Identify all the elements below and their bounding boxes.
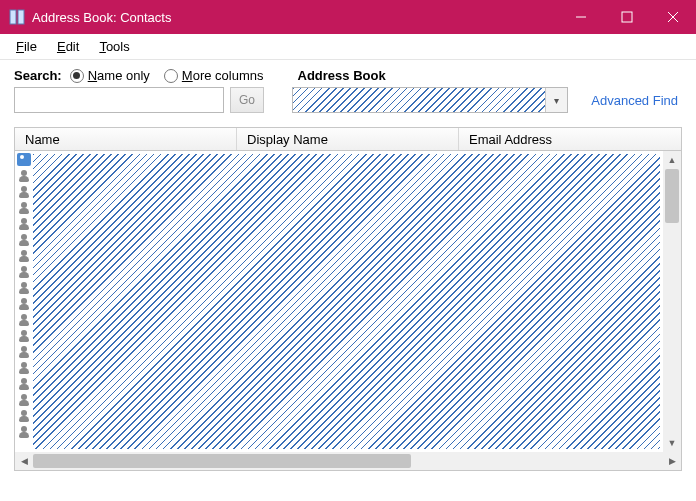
radio-name-only-label: Name only [88,68,150,83]
radio-more-columns-label: More columns [182,68,264,83]
person-icon [17,217,31,231]
scroll-right-icon: ▶ [663,452,681,470]
search-label: Search: [14,68,62,83]
svg-rect-3 [622,12,632,22]
scroll-left-icon: ◀ [15,452,33,470]
search-row-labels: Search: Name only More columns Address B… [14,68,682,83]
radio-circle-icon [164,69,178,83]
column-header-name[interactable]: Name [15,128,237,150]
column-headers: Name Display Name Email Address [14,127,682,151]
svg-rect-0 [10,10,16,24]
menu-tools[interactable]: Tools [89,37,139,56]
svg-rect-1 [18,10,24,24]
address-book-icon [8,8,26,26]
scroll-down-icon: ▼ [663,434,681,452]
scroll-thumb[interactable] [665,169,679,223]
menu-edit[interactable]: Edit [47,37,89,56]
chevron-down-icon: ▾ [545,88,567,112]
client-area: Search: Name only More columns Address B… [0,60,696,481]
person-icon [17,201,31,215]
titlebar: Address Book: Contacts [0,0,696,34]
contact-list: ▲ ▼ ◀ ▶ [14,151,682,471]
person-icon [17,393,31,407]
person-icon [17,281,31,295]
radio-circle-icon [70,69,84,83]
person-icon [17,329,31,343]
person-icon [17,345,31,359]
scroll-track [33,452,663,470]
person-icon [17,297,31,311]
radio-name-only[interactable]: Name only [70,68,150,83]
person-icon [17,425,31,439]
column-header-email[interactable]: Email Address [459,128,681,150]
close-button[interactable] [650,0,696,34]
card-icon [17,153,31,166]
person-icon [17,361,31,375]
minimize-button[interactable] [558,0,604,34]
person-icon [17,233,31,247]
radio-more-columns[interactable]: More columns [164,68,264,83]
menu-file[interactable]: File [6,37,47,56]
person-icon [17,313,31,327]
address-book-combo[interactable]: ▾ [292,87,568,113]
person-icon [17,185,31,199]
search-input[interactable] [14,87,224,113]
person-icon [17,249,31,263]
window-title: Address Book: Contacts [32,10,171,25]
contact-data-redacted[interactable] [33,154,660,449]
person-icon [17,265,31,279]
address-book-combo-value [293,88,545,112]
scroll-thumb[interactable] [33,454,411,468]
maximize-button[interactable] [604,0,650,34]
person-icon [17,377,31,391]
person-icon [17,169,31,183]
scroll-track [663,169,681,434]
contact-icon-strip [15,151,33,452]
person-icon [17,409,31,423]
scroll-up-icon: ▲ [663,151,681,169]
column-header-displayname[interactable]: Display Name [237,128,459,150]
vertical-scrollbar[interactable]: ▲ ▼ [663,151,681,452]
advanced-find-link[interactable]: Advanced Find [591,93,682,108]
go-button[interactable]: Go [230,87,264,113]
search-row-inputs: Go ▾ Advanced Find [14,87,682,113]
address-book-label: Address Book [298,68,386,83]
menubar: File Edit Tools [0,34,696,60]
horizontal-scrollbar[interactable]: ◀ ▶ [15,452,681,470]
